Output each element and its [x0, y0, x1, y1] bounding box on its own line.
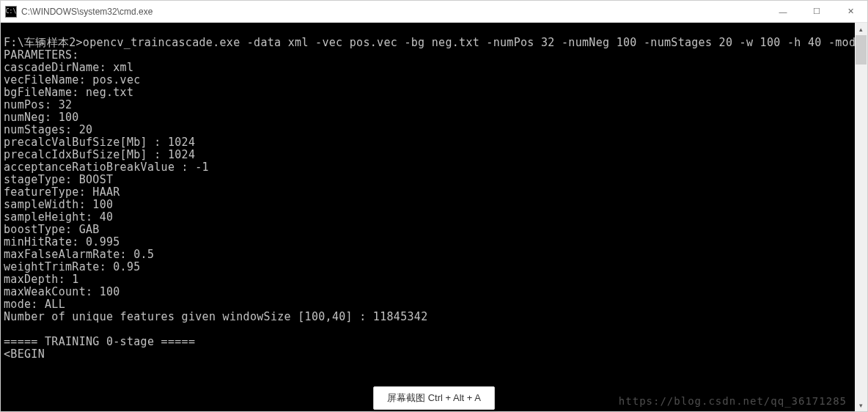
maximize-button[interactable]: ☐ — [800, 1, 834, 22]
terminal-line: precalcValBufSize[Mb] : 1024 — [4, 136, 195, 149]
watermark-text: https://blog.csdn.net/qq_36171285 — [619, 395, 847, 407]
terminal-prompt-line: F:\车辆样本2>opencv_traincascade.exe -data x… — [4, 36, 855, 49]
terminal-line: Number of unique features given windowSi… — [4, 310, 428, 323]
scroll-down-arrow-icon[interactable]: ▾ — [855, 399, 867, 411]
terminal-line: maxWeakCount: 100 — [4, 285, 120, 298]
vertical-scrollbar[interactable]: ▴ ▾ — [855, 23, 867, 411]
terminal-line: weightTrimRate: 0.95 — [4, 260, 141, 273]
terminal-line: PARAMETERS: — [4, 48, 79, 62]
terminal-line: numNeg: 100 — [4, 111, 79, 124]
titlebar[interactable]: C:\ C:\WINDOWS\system32\cmd.exe — ☐ ✕ — [1, 1, 867, 23]
terminal-line: bgFileName: neg.txt — [4, 86, 133, 99]
terminal-line: minHitRate: 0.995 — [4, 235, 120, 249]
terminal-output[interactable]: F:\车辆样本2>opencv_traincascade.exe -data x… — [1, 23, 855, 411]
terminal-line: stageType: BOOST — [4, 173, 113, 186]
terminal-line: maxDepth: 1 — [4, 273, 79, 286]
terminal-line: numStages: 20 — [4, 123, 92, 136]
minimize-button[interactable]: — — [766, 1, 800, 22]
terminal-line: precalcIdxBufSize[Mb] : 1024 — [4, 148, 195, 161]
terminal-line: numPos: 32 — [4, 98, 72, 111]
cmd-icon: C:\ — [5, 6, 17, 18]
terminal-line: maxFalseAlarmRate: 0.5 — [4, 248, 154, 261]
cmd-window: C:\ C:\WINDOWS\system32\cmd.exe — ☐ ✕ F:… — [0, 0, 868, 412]
terminal-line: mode: ALL — [4, 298, 65, 311]
terminal-line: sampleHeight: 40 — [4, 210, 113, 224]
terminal-line: ===== TRAINING 0-stage ===== — [4, 335, 195, 348]
terminal-line: <BEGIN — [4, 347, 45, 361]
terminal-line: boostType: GAB — [4, 223, 100, 236]
terminal-line: vecFileName: pos.vec — [4, 73, 141, 87]
terminal-line: sampleWidth: 100 — [4, 198, 113, 211]
window-title: C:\WINDOWS\system32\cmd.exe — [21, 7, 766, 17]
terminal-line: cascadeDirName: xml — [4, 61, 133, 74]
close-button[interactable]: ✕ — [834, 1, 867, 22]
scroll-up-arrow-icon[interactable]: ▴ — [855, 23, 867, 35]
terminal-line: featureType: HAAR — [4, 185, 120, 199]
window-controls: — ☐ ✕ — [766, 1, 867, 22]
terminal-line: acceptanceRatioBreakValue : -1 — [4, 161, 209, 174]
terminal-container: F:\车辆样本2>opencv_traincascade.exe -data x… — [1, 23, 867, 411]
scroll-thumb[interactable] — [856, 35, 867, 65]
screenshot-tooltip: 屏幕截图 Ctrl + Alt + A — [373, 386, 495, 410]
